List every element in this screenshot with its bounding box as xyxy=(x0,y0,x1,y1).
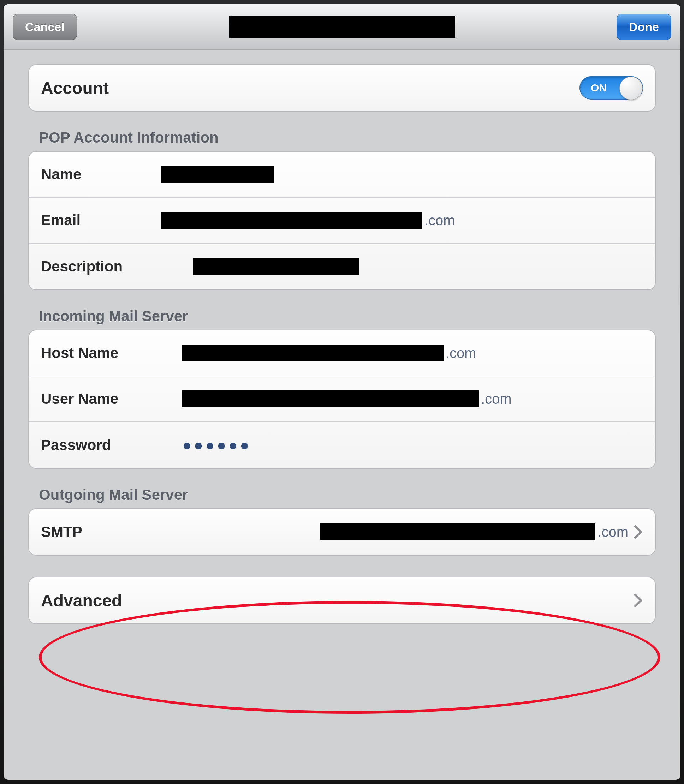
host-name-value: .com xyxy=(182,345,643,361)
section-title-pop: POP Account Information xyxy=(39,129,656,146)
host-suffix: .com xyxy=(446,345,476,361)
toggle-on-label: ON xyxy=(591,82,607,94)
done-button[interactable]: Done xyxy=(616,14,671,40)
email-row[interactable]: Email .com xyxy=(29,198,655,243)
settings-panel: Cancel Done Account ON POP Account Infor… xyxy=(3,4,681,780)
redacted-block xyxy=(182,390,479,407)
account-toggle[interactable]: ON xyxy=(579,76,643,100)
redacted-block xyxy=(193,258,359,275)
account-row: Account ON xyxy=(29,65,655,111)
description-value xyxy=(193,258,643,275)
advanced-card: Advanced xyxy=(28,577,656,624)
advanced-label: Advanced xyxy=(41,591,628,610)
redacted-block xyxy=(320,523,595,541)
account-card: Account ON xyxy=(28,64,656,111)
password-row[interactable]: Password ●●●●●● xyxy=(29,422,655,468)
smtp-value: .com xyxy=(161,523,628,541)
page-title-redacted xyxy=(229,16,455,38)
redacted-block xyxy=(182,345,444,361)
smtp-row[interactable]: SMTP .com xyxy=(29,509,655,555)
redacted-block xyxy=(161,166,274,183)
pop-info-card: Name Email .com Description xyxy=(28,151,656,290)
description-row[interactable]: Description xyxy=(29,243,655,290)
section-title-outgoing: Outgoing Mail Server xyxy=(39,486,656,503)
host-name-row[interactable]: Host Name .com xyxy=(29,330,655,376)
incoming-card: Host Name .com User Name .com Password xyxy=(28,330,656,469)
host-name-label: Host Name xyxy=(41,345,182,361)
user-name-label: User Name xyxy=(41,390,182,407)
email-value: .com xyxy=(161,212,643,229)
description-label: Description xyxy=(41,258,193,275)
account-label: Account xyxy=(41,78,161,98)
smtp-label: SMTP xyxy=(41,523,161,541)
redacted-block xyxy=(161,212,422,229)
email-suffix: .com xyxy=(424,213,455,229)
name-row[interactable]: Name xyxy=(29,152,655,198)
section-title-incoming: Incoming Mail Server xyxy=(39,308,656,325)
user-suffix: .com xyxy=(481,391,512,407)
outgoing-card: SMTP .com xyxy=(28,508,656,555)
password-dots: ●●●●●● xyxy=(182,436,251,454)
advanced-row[interactable]: Advanced xyxy=(29,578,655,623)
name-label: Name xyxy=(41,166,161,183)
toggle-knob-icon xyxy=(619,77,643,100)
modal-header: Cancel Done xyxy=(3,4,681,50)
user-name-row[interactable]: User Name .com xyxy=(29,376,655,422)
cancel-button[interactable]: Cancel xyxy=(13,14,77,40)
email-label: Email xyxy=(41,212,161,229)
chevron-right-icon xyxy=(634,525,643,539)
smtp-suffix: .com xyxy=(597,524,628,540)
user-name-value: .com xyxy=(182,390,643,407)
password-label: Password xyxy=(41,437,182,454)
chevron-right-icon xyxy=(634,593,643,607)
password-value: ●●●●●● xyxy=(182,436,643,454)
name-value xyxy=(161,166,643,183)
